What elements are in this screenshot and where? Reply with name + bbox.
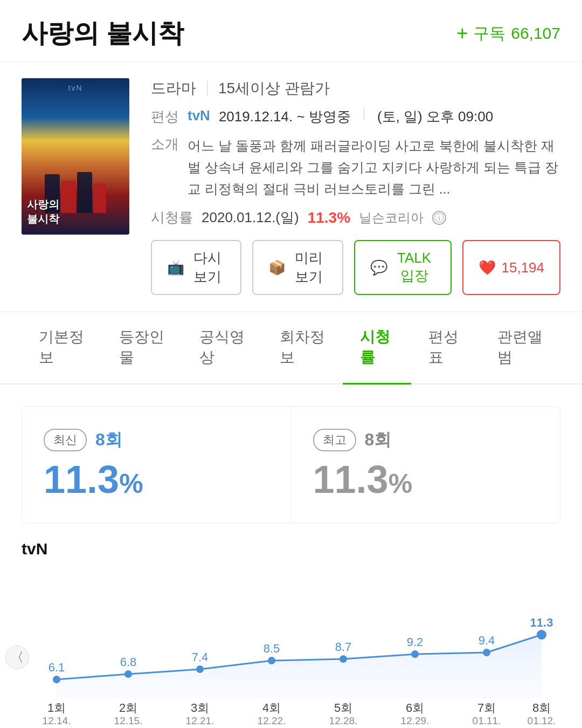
chart-wrapper: 6.1 6.8 7.4 8.5 8.7 9.2 9.4 11.3 1회 2회 3…	[38, 574, 550, 728]
talk-label: TALK 입장	[393, 250, 436, 285]
info-icon[interactable]: ⓘ	[432, 211, 446, 225]
talk-icon: 💬	[370, 259, 387, 276]
latest-rating-value: 11.3	[44, 458, 119, 501]
viewership-row: 시청률 2020.01.12.(일) 11.3% 닐슨코리아 ⓘ	[151, 208, 560, 227]
chart-point-1	[53, 676, 60, 683]
rewatch-label: 다시보기	[190, 249, 225, 286]
broadcast-time: (토, 일) 오후 09:00	[377, 107, 493, 126]
tab-bar: 기본정보 등장인물 공식영상 회차정보 시청률 편성표 관련앨범	[0, 312, 582, 384]
chart-ep-8: 8회	[532, 701, 551, 715]
show-info-section: tvN 사랑의불시착 드라마 15세이상 관람가 편성 tvN 2019.12.…	[0, 62, 582, 312]
ratings-chart: 6.1 6.8 7.4 8.5 8.7 9.2 9.4 11.3 1회 2회 3…	[38, 574, 550, 725]
like-button[interactable]: ❤️ 15,194	[462, 240, 560, 295]
latest-value-row: 11.3%	[44, 457, 143, 502]
talk-button[interactable]: 💬 TALK 입장	[354, 240, 452, 295]
channel-link[interactable]: tvN	[188, 107, 210, 124]
plus-icon: +	[456, 22, 468, 45]
chart-ep-6: 6회	[406, 701, 424, 715]
chart-date-5: 12.28.	[329, 715, 358, 726]
latest-rating-card: 최신 8회 11.3%	[22, 407, 292, 523]
heart-icon: ❤️	[479, 259, 496, 276]
chart-date-8: 01.12.	[528, 715, 556, 726]
broadcast-key: 편성	[151, 107, 179, 126]
like-count: 15,194	[501, 259, 544, 276]
chart-val-6: 9.2	[407, 635, 424, 649]
subscribe-button[interactable]: + 구독 66,107	[456, 22, 560, 45]
chart-point-2	[124, 670, 132, 678]
tab-album[interactable]: 관련앨범	[480, 312, 560, 384]
action-buttons: 📺 다시보기 📦 미리보기 💬 TALK 입장 ❤️ 15,194	[151, 240, 560, 295]
show-poster: tvN 사랑의불시착	[22, 78, 129, 235]
chart-prev-button[interactable]: 〈	[5, 645, 29, 669]
chart-val-2: 6.8	[120, 655, 137, 669]
rewatch-icon: 📺	[167, 259, 184, 276]
show-details: 드라마 15세이상 관람가 편성 tvN 2019.12.14. ~ 방영중 (…	[151, 78, 560, 295]
show-title: 사랑의 불시착	[22, 16, 184, 51]
chart-val-3: 7.4	[192, 650, 209, 664]
channel-name: tvN	[0, 524, 582, 564]
best-rating-value: 11.3	[313, 458, 389, 501]
chart-date-2: 12.15.	[114, 715, 143, 726]
latest-badge: 최신	[44, 429, 87, 451]
chart-date-3: 12.21.	[186, 715, 214, 726]
latest-rating-percent: %	[119, 469, 143, 499]
ratings-section: 최신 8회 11.3% 최고 8회 11.3%	[0, 384, 582, 524]
subscribe-label: 구독	[473, 23, 505, 45]
broadcast-dates: 2019.12.14. ~ 방영중	[219, 107, 351, 126]
header: 사랑의 불시착 + 구독 66,107	[0, 0, 582, 62]
subscribe-count: 66,107	[511, 24, 560, 43]
rating-source: 닐슨코리아	[359, 209, 424, 226]
chart-val-5: 8.7	[335, 640, 352, 654]
best-label-row: 최고 8회	[313, 428, 392, 452]
best-rating-percent: %	[389, 469, 412, 499]
chart-ep-2: 2회	[119, 701, 137, 715]
latest-ep: 8회	[95, 428, 122, 452]
chart-date-1: 12.14.	[43, 715, 71, 726]
best-ep: 8회	[365, 428, 392, 452]
chart-point-4	[268, 657, 275, 664]
best-badge: 최고	[313, 429, 356, 451]
genre-row: 드라마 15세이상 관람가	[151, 78, 560, 99]
chart-val-1: 6.1	[48, 661, 65, 674]
chart-point-7	[483, 649, 490, 656]
preview-button[interactable]: 📦 미리보기	[252, 240, 343, 295]
rating-value: 11.3%	[308, 209, 350, 226]
chart-point-6	[411, 650, 419, 658]
chart-ep-5: 5회	[334, 701, 352, 715]
tab-schedule[interactable]: 편성표	[411, 312, 480, 384]
best-rating-card: 최고 8회 11.3%	[292, 407, 560, 523]
tab-episodes[interactable]: 회차정보	[262, 312, 343, 384]
chart-val-4: 8.5	[264, 642, 280, 655]
synopsis-key: 소개	[151, 135, 179, 154]
chart-ep-7: 7회	[477, 701, 496, 715]
chart-ep-3: 3회	[191, 701, 209, 715]
chart-date-7: 01.11.	[473, 715, 501, 726]
chart-point-8	[537, 630, 546, 640]
chart-point-3	[196, 665, 204, 673]
chart-date-4: 12.22.	[258, 715, 286, 726]
best-value-row: 11.3%	[313, 457, 413, 502]
latest-label-row: 최신 8회	[44, 428, 122, 452]
chart-point-5	[340, 655, 347, 663]
divider	[207, 81, 207, 96]
rating-key: 시청률	[151, 208, 193, 227]
preview-icon: 📦	[268, 259, 286, 276]
age-rating-label: 15세이상 관람가	[218, 78, 330, 99]
broadcast-row: 편성 tvN 2019.12.14. ~ 방영중 (토, 일) 오후 09:00	[151, 107, 560, 126]
ratings-cards: 최신 8회 11.3% 최고 8회 11.3%	[22, 406, 560, 524]
tab-ratings[interactable]: 시청률	[343, 312, 412, 384]
synopsis-row: 소개 어느 날 돌풍과 함께 패러글라이딩 사고로 북한에 불시착한 재벌 상속…	[151, 135, 560, 200]
chart-section: 〈 6.1 6.8 7.4	[0, 564, 582, 728]
rating-date: 2020.01.12.(일)	[202, 208, 299, 227]
preview-label: 미리보기	[291, 249, 327, 286]
chart-ep-4: 4회	[262, 701, 281, 715]
tab-characters[interactable]: 등장인물	[102, 312, 182, 384]
tab-official-video[interactable]: 공식영상	[182, 312, 262, 384]
chart-val-7: 9.4	[479, 634, 495, 647]
poster-title-text: 사랑의불시착	[27, 197, 59, 226]
chart-ep-1: 1회	[47, 701, 66, 715]
genre-label: 드라마	[151, 78, 196, 99]
tab-basic-info[interactable]: 기본정보	[22, 312, 102, 384]
chart-val-8: 11.3	[530, 616, 553, 629]
rewatch-button[interactable]: 📺 다시보기	[151, 240, 241, 295]
